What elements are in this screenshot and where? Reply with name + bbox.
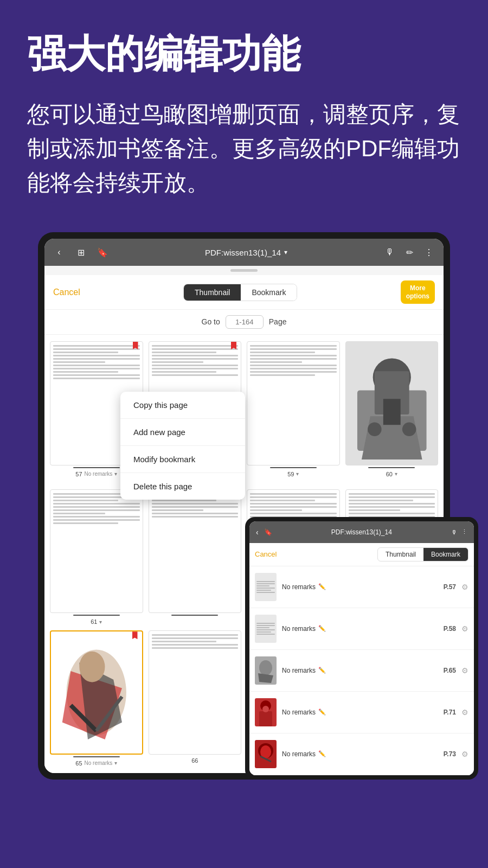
- text-line: [53, 519, 140, 521]
- secondary-topbar: ‹ 🔖 PDF:wissen13(1)_14 🎙 ⋮: [249, 521, 474, 543]
- modify-bookmark-menu-item[interactable]: Modify bookmark: [120, 446, 245, 473]
- text-line: [152, 509, 204, 511]
- bookmark-settings-icon[interactable]: ⚙: [461, 583, 468, 591]
- secondary-bookmark-icon[interactable]: 🔖: [264, 528, 272, 536]
- pen-icon[interactable]: ✏: [403, 246, 415, 258]
- grid-icon[interactable]: ⊞: [75, 246, 87, 258]
- secondary-more-icon[interactable]: ⋮: [461, 528, 467, 535]
- bookmark-label: No remarks: [282, 625, 316, 633]
- svg-point-6: [402, 422, 416, 436]
- bookmark-item-71[interactable]: No remarks ✏️ P.71 ⚙: [249, 692, 474, 733]
- bookmark-item-57[interactable]: No remarks ✏️ P.57 ⚙: [249, 566, 474, 608]
- bookmark-item-73[interactable]: No remarks ✏️ P.73 ⚙: [249, 733, 474, 775]
- illus-svg-71: [255, 698, 277, 726]
- bm-line: [256, 623, 275, 624]
- text-line: [152, 513, 239, 514]
- thumb-divider: [73, 615, 120, 616]
- page-number: 66: [191, 757, 198, 764]
- text-line: [152, 361, 204, 363]
- thumb-label-57: 57 No remarks ▾: [75, 471, 117, 477]
- bm-line: [256, 583, 275, 584]
- text-line: [250, 493, 337, 495]
- thumb-item-61[interactable]: 61 ▾: [50, 489, 143, 626]
- no-remarks: No remarks: [85, 760, 113, 766]
- bookmark-list: No remarks ✏️ P.57 ⚙: [249, 566, 474, 775]
- page-number: 61: [91, 618, 97, 625]
- text-line: [53, 371, 118, 373]
- thumb-page-65: [50, 630, 143, 755]
- bookmark-settings-icon[interactable]: ⚙: [461, 750, 468, 758]
- thumb-label-66: 66: [191, 757, 198, 764]
- tab-thumbnail[interactable]: Thumbnail: [184, 284, 241, 301]
- cancel-button[interactable]: Cancel: [53, 288, 80, 297]
- page-title: 强大的编辑功能: [27, 33, 461, 75]
- secondary-topbar-left: ‹ 🔖: [256, 528, 272, 537]
- edit-icon[interactable]: ✏️: [318, 667, 326, 674]
- secondary-mic-icon[interactable]: 🎙: [451, 529, 457, 535]
- dropdown-arrow-icon[interactable]: ▾: [99, 619, 102, 625]
- secondary-cancel-button[interactable]: Cancel: [255, 550, 277, 558]
- svg-marker-14: [258, 673, 273, 683]
- title-chevron-icon[interactable]: ▾: [284, 248, 287, 256]
- thumb-label-61: 61 ▾: [91, 618, 102, 625]
- text-line: [250, 358, 337, 360]
- thumb-text-61: [53, 493, 140, 610]
- bm-line: [256, 588, 275, 589]
- thumb-item-62[interactable]: [149, 489, 242, 626]
- tab-bookmark[interactable]: Bookmark: [241, 284, 297, 301]
- text-line: [152, 358, 239, 360]
- text-line: [349, 500, 414, 501]
- device-area: ‹ ⊞ 🔖 PDF:wissen13(1)_14 ▾ 🎙 ✏ ⋮ Cance: [0, 221, 488, 780]
- tablet-topbar: ‹ ⊞ 🔖 PDF:wissen13(1)_14 ▾ 🎙 ✏ ⋮: [44, 239, 444, 266]
- svg-point-13: [259, 660, 272, 675]
- text-line: [250, 500, 315, 501]
- thumb-item-65[interactable]: 65 No remarks ▾: [50, 630, 143, 767]
- delete-page-menu-item[interactable]: Delete this page: [120, 473, 245, 500]
- text-line: [53, 368, 140, 369]
- bookmark-thumb-65: [255, 656, 277, 685]
- thumb-item-66[interactable]: 66: [149, 630, 242, 767]
- more-options-button[interactable]: Moreoptions: [401, 280, 435, 304]
- text-line: [152, 355, 239, 356]
- edit-icon[interactable]: ✏️: [318, 625, 326, 632]
- dropdown-arrow-icon[interactable]: ▾: [114, 471, 117, 477]
- mic-icon[interactable]: 🎙: [384, 246, 396, 258]
- secondary-tab-thumbnail[interactable]: Thumbnail: [378, 548, 423, 561]
- thumb-item-60[interactable]: 60 ▾: [345, 341, 439, 477]
- svg-rect-4: [383, 399, 400, 425]
- edit-icon[interactable]: ✏️: [318, 709, 326, 716]
- text-line: [53, 352, 118, 353]
- svg-point-5: [368, 422, 382, 436]
- bookmark-item-65[interactable]: No remarks ✏️ P.65 ⚙: [249, 650, 474, 692]
- bm-line: [256, 585, 269, 586]
- copy-page-menu-item[interactable]: Copy this page: [120, 392, 245, 419]
- more-menu-icon[interactable]: ⋮: [423, 246, 435, 258]
- text-line: [53, 348, 140, 350]
- bookmark-settings-icon[interactable]: ⚙: [461, 666, 468, 675]
- page-input[interactable]: [226, 315, 264, 329]
- text-line: [152, 503, 239, 505]
- bookmark-settings-icon[interactable]: ⚙: [461, 708, 468, 717]
- page-number: 59: [287, 471, 294, 477]
- bookmark-label: No remarks: [282, 750, 316, 758]
- add-page-menu-item[interactable]: Add new page: [120, 419, 245, 446]
- text-line: [53, 516, 140, 518]
- bookmark-label: No remarks: [282, 667, 316, 674]
- dropdown-arrow-icon[interactable]: ▾: [395, 471, 397, 477]
- back-icon[interactable]: ‹: [53, 246, 65, 258]
- text-line: [152, 644, 239, 646]
- dropdown-arrow-icon[interactable]: ▾: [296, 471, 299, 477]
- secondary-back-icon[interactable]: ‹: [256, 528, 259, 537]
- bookmark-info-65: No remarks ✏️: [282, 667, 438, 674]
- thumb-divider: [368, 467, 415, 468]
- bookmark-icon[interactable]: 🔖: [97, 246, 108, 258]
- thumb-item-59[interactable]: 59 ▾: [247, 341, 340, 477]
- bookmark-item-58[interactable]: No remarks ✏️ P.58 ⚙: [249, 608, 474, 650]
- thumb-label-60: 60 ▾: [386, 471, 397, 477]
- edit-icon[interactable]: ✏️: [318, 583, 326, 590]
- dropdown-arrow-icon[interactable]: ▾: [114, 760, 117, 766]
- edit-icon[interactable]: ✏️: [318, 750, 326, 757]
- text-line: [53, 355, 140, 356]
- bookmark-settings-icon[interactable]: ⚙: [461, 624, 468, 633]
- secondary-tab-bookmark[interactable]: Bookmark: [423, 548, 468, 561]
